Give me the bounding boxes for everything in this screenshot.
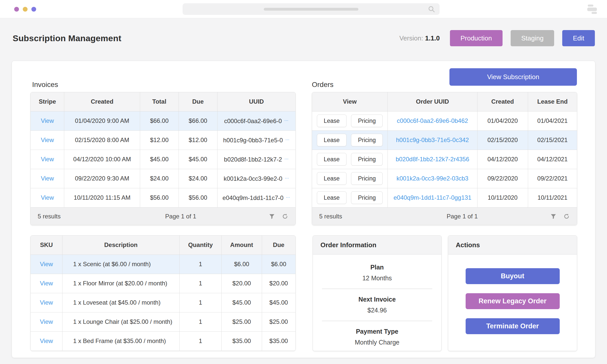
invoice-total: $12.00 [140,130,179,150]
lease-button[interactable]: Lease [317,172,346,185]
filter-icon[interactable] [550,213,557,220]
lease-button[interactable]: Lease [317,153,346,166]
order-uuid-link[interactable]: c000c6f-0aa2-69e6-0b462 [397,117,468,124]
order-lease-end: 09/22/2021 [528,169,577,188]
invoice-total: $66.00 [140,111,179,130]
invoices-header-row: Stripe Created Total Due UUID [31,92,295,111]
staging-button[interactable]: Staging [511,30,554,46]
invoice-view-link[interactable]: View [41,194,54,201]
invoices-table: Stripe Created Total Due UUID View 01/04… [30,92,296,225]
line-item-row[interactable]: View 1 x Bed Frame (at $35.00 / month) 1… [31,331,295,351]
invoice-due: $66.00 [179,111,217,130]
view-subscription-button[interactable]: View Subscription [449,68,577,86]
invoice-row[interactable]: View 09/22/2020 9:30 AM $24.00 $24.00 k0… [31,169,295,188]
item-due: $20.00 [262,274,295,293]
filter-icon[interactable] [269,213,275,220]
invoice-row[interactable]: View 10/11/2020 11:15 AM $56.00 $56.00 e… [31,188,295,207]
uuid-ellipsis-icon[interactable]: … [284,117,289,122]
order-row[interactable]: Lease Pricing b020d8f-1bb2-12k7-2r4356 0… [312,150,577,169]
col-description: Description [62,236,180,255]
refresh-icon[interactable] [563,213,570,220]
invoice-view-link[interactable]: View [41,156,54,163]
pricing-button[interactable]: Pricing [351,115,382,127]
pricing-button[interactable]: Pricing [351,172,382,185]
next-invoice-label: Next Invoice [313,296,441,303]
order-information-title: Order Information [313,236,441,255]
renew-legacy-order-button[interactable]: Renew Legacy Order [466,293,560,309]
orders-title: Orders [312,81,334,89]
item-quantity: 1 [179,331,221,351]
order-created: 09/22/2020 [477,169,528,188]
pricing-button[interactable]: Pricing [351,153,382,166]
lease-button[interactable]: Lease [317,115,346,127]
uuid-ellipsis-icon[interactable]: … [285,175,289,179]
sku-view-link[interactable]: View [40,337,53,344]
invoice-total: $56.00 [140,188,179,207]
col-uuid: UUID [217,92,295,111]
invoice-view-link[interactable]: View [41,136,54,143]
search-icon[interactable] [428,6,435,13]
line-item-row[interactable]: View 1 x Loveseat (at $45.00 / month) 1 … [31,293,295,312]
lease-button[interactable]: Lease [317,191,346,204]
invoice-created: 01/04/2020 9:00 AM [64,111,140,130]
order-created: 02/15/2020 [477,130,528,150]
payment-type-label: Payment Type [313,328,441,335]
order-uuid-link[interactable]: k001k2a-0cc3-99e2-03cb3 [397,175,468,182]
order-row[interactable]: Lease Pricing e040q9m-1dd1-11c7-0gg131 1… [312,188,577,207]
invoice-row[interactable]: View 02/15/2020 8:00 AM $12.00 $12.00 h0… [31,130,295,150]
page-indicator: Page 1 of 1 [385,213,539,220]
col-total: Total [140,92,179,111]
item-amount: $6.00 [222,255,262,274]
window-dot-3[interactable] [31,7,36,12]
uuid-ellipsis-icon[interactable]: … [285,136,290,141]
order-uuid-link[interactable]: h001c9g-0bb3-71e5-0c342 [396,136,469,143]
refresh-icon[interactable] [282,213,288,220]
order-created: 01/04/2020 [477,111,528,130]
plan-value: 12 Months [313,275,441,282]
buyout-button[interactable]: Buyout [466,268,560,284]
col-order-uuid: Order UUID [387,92,477,111]
invoice-row[interactable]: View 01/04/2020 9:00 AM $66.00 $66.00 c0… [31,111,295,130]
address-bar[interactable] [183,3,440,15]
invoice-row[interactable]: View 04/12/2020 10:00 AM $45.00 $45.00 b… [31,150,295,169]
invoice-view-link[interactable]: View [41,117,54,124]
invoice-view-link[interactable]: View [41,175,54,182]
results-count: 5 results [38,213,103,220]
invoice-uuid: h001c9g-0bb3-71e5-0… [217,130,295,150]
line-item-row[interactable]: View 1 x Lounge Chair (at $25.00 / month… [31,312,295,331]
order-uuid-link[interactable]: e040q9m-1dd1-11c7-0gg131 [394,194,471,201]
divider [322,321,432,321]
header-actions: Version:1.1.0 Production Staging Edit [399,30,595,46]
item-due: $6.00 [262,255,295,274]
window-dot-1[interactable] [14,7,19,12]
order-row[interactable]: Lease Pricing h001c9g-0bb3-71e5-0c342 02… [312,130,577,150]
pricing-button[interactable]: Pricing [351,191,382,204]
line-item-row[interactable]: View 1 x Floor Mirror (at $20.00 / month… [31,274,295,293]
sku-view-link[interactable]: View [40,261,53,267]
uuid-ellipsis-icon[interactable]: … [284,155,289,160]
order-row[interactable]: Lease Pricing c000c6f-0aa2-69e6-0b462 01… [312,111,577,130]
next-invoice-value: $24.96 [313,307,441,314]
terminate-order-button[interactable]: Terminate Order [466,318,560,334]
production-button[interactable]: Production [450,30,503,46]
item-amount: $20.00 [222,274,262,293]
menu-bars-icon[interactable] [587,5,598,14]
item-quantity: 1 [179,274,221,293]
pricing-button[interactable]: Pricing [351,134,382,146]
edit-button[interactable]: Edit [562,30,595,46]
invoice-uuid: k001k2a-0cc3-99e2-0… [217,169,295,188]
order-lease-end: 02/15/2021 [528,130,577,150]
sku-view-link[interactable]: View [40,318,53,325]
sku-view-link[interactable]: View [40,280,53,287]
actions-panel: Actions Buyout Renew Legacy Order Termin… [448,235,577,351]
invoice-due: $56.00 [179,188,217,207]
order-uuid-link[interactable]: b020d8f-1bb2-12k7-2r4356 [396,156,469,163]
uuid-ellipsis-icon[interactable]: … [286,194,290,199]
order-row[interactable]: Lease Pricing k001k2a-0cc3-99e2-03cb3 09… [312,169,577,188]
sku-view-link[interactable]: View [40,299,53,306]
item-description: 1 x Loveseat (at $45.00 / month) [62,293,180,312]
col-quantity: Quantity [179,236,221,255]
window-dot-2[interactable] [23,7,28,12]
line-item-row[interactable]: View 1 x Scenic (at $6.00 / month) 1 $6.… [31,255,295,274]
lease-button[interactable]: Lease [317,134,346,146]
